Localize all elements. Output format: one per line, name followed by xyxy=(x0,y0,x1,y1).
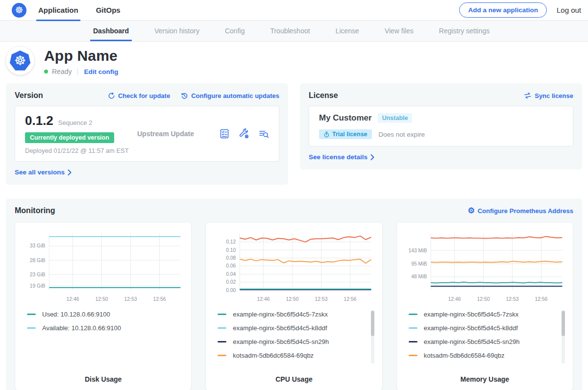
subnav-tab-license[interactable]: License xyxy=(335,21,360,41)
logout-button[interactable]: Log out xyxy=(557,6,581,14)
top-nav: ☸ Application GitOps Add a new applicati… xyxy=(0,0,588,21)
kubernetes-logo-icon: ☸ xyxy=(12,3,26,18)
legend-item: Available: 10.128.0.66:9100 xyxy=(27,324,174,332)
svg-text:12:46: 12:46 xyxy=(67,296,79,302)
tab-gitops[interactable]: GitOps xyxy=(94,0,122,21)
legend-label: Available: 10.128.0.66:9100 xyxy=(42,324,121,332)
license-type-badge: Trial license xyxy=(319,129,372,139)
svg-text:12:46: 12:46 xyxy=(257,296,270,302)
legend-label: Used: 10.128.0.66:9100 xyxy=(42,311,110,318)
status-ready-dot xyxy=(44,70,48,73)
svg-text:0.08: 0.08 xyxy=(226,255,236,261)
cpu-usage-chart-card: 12:4612:5012:5312:560.000.020.040.060.08… xyxy=(205,222,382,390)
memory-usage-legend: example-nginx-5bc6f5d4c5-7zskxexample-ng… xyxy=(404,310,566,371)
memory-usage-chart-card: 12:4612:5012:5312:5648 MiB95 MiB143 MiB … xyxy=(396,222,573,390)
legend-label: example-nginx-5bc6f5d4c5-k8ddf xyxy=(424,324,518,332)
helm-wheel-icon: ☸ xyxy=(15,5,23,15)
see-all-versions-label: See all versions xyxy=(15,169,65,176)
svg-text:95 MiB: 95 MiB xyxy=(411,261,427,267)
svg-text:48 MiB: 48 MiB xyxy=(411,274,427,279)
chart-title: Memory Usage xyxy=(404,371,566,383)
configure-prometheus-link[interactable]: ⚙ Configure Prometheus Address xyxy=(467,207,573,215)
deployed-badge: Currently deployed version xyxy=(25,132,114,143)
legend-item: example-nginx-5bc6f5d4c5-7zskx xyxy=(409,311,556,318)
subnav-tab-license-label: License xyxy=(336,27,359,35)
svg-text:28 GiB: 28 GiB xyxy=(30,258,46,263)
version-card: Version Check for update Configure autom… xyxy=(6,83,288,185)
legend-item: example-nginx-5bc6f5d4c5-sn29h xyxy=(218,338,365,345)
check-for-update-link[interactable]: Check for update xyxy=(108,92,170,99)
app-icon: ☸ xyxy=(6,47,34,75)
legend-label: example-nginx-5bc6f5d4c5-sn29h xyxy=(233,338,329,345)
legend-label: example-nginx-5bc6f5d4c5-7zskx xyxy=(233,311,328,318)
sync-license-link[interactable]: Sync license xyxy=(524,92,573,99)
subnav-tab-registry-settings-label: Registry settings xyxy=(439,27,490,35)
check-for-update-label: Check for update xyxy=(118,92,170,99)
subnav-tab-dashboard[interactable]: Dashboard xyxy=(92,21,130,41)
svg-text:12:50: 12:50 xyxy=(286,296,299,302)
svg-text:0.10: 0.10 xyxy=(226,247,236,253)
svg-text:33 GiB: 33 GiB xyxy=(30,243,46,248)
configure-automatic-updates-link[interactable]: Configure automatic updates xyxy=(181,92,279,99)
legend-color-dash xyxy=(27,327,36,329)
version-source-label: Upstream Update xyxy=(137,130,194,138)
preflight-checks-icon[interactable] xyxy=(219,128,230,139)
configure-automatic-updates-label: Configure automatic updates xyxy=(191,92,279,99)
subnav-tab-view-files-label: View files xyxy=(385,27,414,35)
version-card-title: Version xyxy=(15,91,43,100)
edit-config-link[interactable]: Edit config xyxy=(84,68,118,75)
subnav-tab-version-history[interactable]: Version history xyxy=(153,21,200,41)
svg-text:12:56: 12:56 xyxy=(344,296,357,302)
subnav-tab-config[interactable]: Config xyxy=(224,21,245,41)
legend-item: example-nginx-5bc6f5d4c5-sn29h xyxy=(409,338,556,345)
schedule-clock-icon xyxy=(181,92,188,99)
legend-label: example-nginx-5bc6f5d4c5-7zskx xyxy=(424,311,519,318)
svg-text:12:53: 12:53 xyxy=(315,296,328,302)
legend-item: kotsadm-5db6dc6584-69qbz xyxy=(409,352,556,359)
legend-scrollbar-thumb[interactable] xyxy=(371,311,374,336)
svg-text:12:53: 12:53 xyxy=(124,296,137,302)
tab-gitops-label: GitOps xyxy=(96,6,121,14)
subnav-tab-version-history-label: Version history xyxy=(154,27,199,35)
legend-label: kotsadm-5db6dc6584-69qbz xyxy=(424,352,505,359)
svg-text:12:56: 12:56 xyxy=(153,296,166,302)
legend-color-dash xyxy=(27,314,36,315)
customer-name: My Customer xyxy=(319,113,372,123)
legend-label: kotsadm-5db6dc6584-69qbz xyxy=(233,352,314,359)
legend-item: example-nginx-5bc6f5d4c5-7zskx xyxy=(218,311,365,318)
gear-icon: ⚙ xyxy=(467,207,474,215)
edit-config-wrench-icon[interactable] xyxy=(239,128,249,139)
subnav-tab-view-files[interactable]: View files xyxy=(384,21,415,41)
legend-item: example-nginx-5bc6f5d4c5-k8ddf xyxy=(409,324,556,332)
main-content: Version Check for update Configure autom… xyxy=(0,83,588,390)
disk-usage-legend: Used: 10.128.0.66:9100Available: 10.128.… xyxy=(22,310,184,371)
legend-scrollbar[interactable] xyxy=(371,311,374,364)
license-card-title: License xyxy=(309,91,338,100)
legend-scrollbar-thumb[interactable] xyxy=(562,311,565,336)
legend-color-dash xyxy=(409,355,417,356)
cpu-usage-chart: 12:4612:5012:5312:560.000.020.040.060.08… xyxy=(213,228,375,305)
sequence-label: Sequence 2 xyxy=(58,119,92,126)
monitoring-title: Monitoring xyxy=(15,206,55,215)
add-application-button[interactable]: Add a new application xyxy=(459,2,547,18)
top-nav-tabs: Application GitOps xyxy=(36,0,136,21)
monitoring-card: Monitoring ⚙ Configure Prometheus Addres… xyxy=(6,198,582,390)
view-diff-logs-icon[interactable] xyxy=(258,128,269,139)
chart-title: CPU Usage xyxy=(213,371,375,383)
subnav-tab-registry-settings[interactable]: Registry settings xyxy=(438,21,490,41)
tab-application-label: Application xyxy=(38,6,78,14)
legend-scrollbar[interactable] xyxy=(562,311,565,364)
svg-text:0.00: 0.00 xyxy=(226,288,236,293)
see-all-versions-link[interactable]: See all versions xyxy=(15,169,72,176)
svg-text:12:50: 12:50 xyxy=(96,296,108,302)
svg-text:0.04: 0.04 xyxy=(226,271,236,277)
tab-application[interactable]: Application xyxy=(36,0,80,21)
disk-usage-chart-card: 12:4612:5012:5312:5619 GiB23 GiB28 GiB33… xyxy=(15,222,192,390)
subnav-tab-troubleshoot[interactable]: Troubleshoot xyxy=(269,21,311,41)
app-header: ☸ App Name Ready Edit config xyxy=(0,42,588,83)
see-license-details-link[interactable]: See license details xyxy=(309,153,374,161)
license-details-box: My Customer Unstable Trial license Does … xyxy=(309,106,573,146)
chevron-right-icon xyxy=(68,170,72,175)
sync-arrows-icon xyxy=(523,92,532,100)
version-number: 0.1.2 xyxy=(25,113,53,128)
